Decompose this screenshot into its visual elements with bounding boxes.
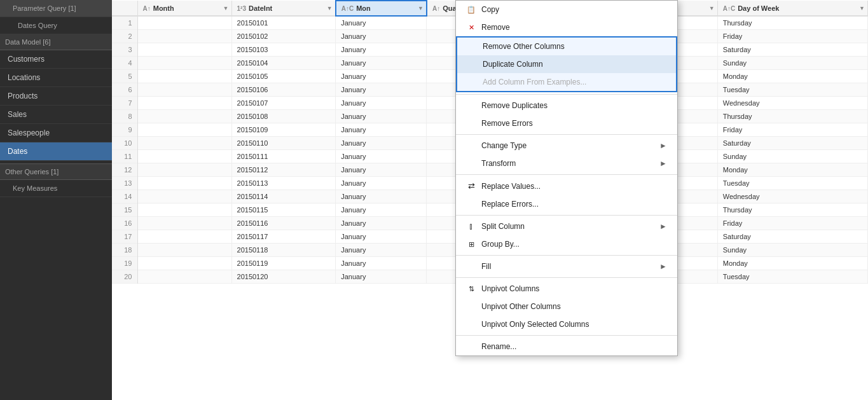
separator-2: [456, 134, 677, 135]
sidebar-item-locations[interactable]: Locations: [0, 69, 112, 87]
col-header-mon[interactable]: A↑CMon ▼: [336, 1, 427, 16]
row-cell: [137, 57, 231, 70]
sidebar: Parameter Query [1] Dates Query Data Mod…: [0, 0, 112, 400]
row-cell: 20150107: [231, 97, 336, 110]
row-cell: [137, 137, 231, 150]
row-cell: [137, 123, 231, 137]
menu-replace-values[interactable]: ⇄ Replace Values...: [456, 177, 677, 195]
row-cell: January: [336, 270, 427, 284]
row-cell: 20150110: [231, 137, 336, 150]
col-header-dayofweek[interactable]: A↑CDay of Week ▼: [717, 1, 867, 16]
row-cell: January: [336, 123, 427, 137]
row-cell: Monday: [717, 163, 867, 177]
row-cell: January: [336, 110, 427, 123]
row-cell: January: [336, 30, 427, 43]
row-cell: [137, 163, 231, 177]
menu-copy[interactable]: 📋 Copy: [456, 1, 677, 18]
row-cell: Sunday: [717, 150, 867, 163]
fill-arrow: ►: [659, 262, 667, 271]
row-cell: 20150102: [231, 30, 336, 43]
row-cell: January: [336, 190, 427, 203]
separator-4: [456, 215, 677, 216]
row-cell: January: [336, 16, 427, 30]
sidebar-item-customers[interactable]: Customers: [0, 50, 112, 69]
row-cell: January: [336, 244, 427, 257]
row-index: 10: [112, 137, 137, 150]
transform-arrow: ►: [659, 159, 667, 168]
row-cell: Saturday: [717, 230, 867, 244]
row-cell: [137, 70, 231, 83]
row-cell: January: [336, 163, 427, 177]
row-cell: 20150101: [231, 16, 336, 30]
sidebar-item-key-measures[interactable]: Key Measures: [0, 180, 112, 197]
row-cell: [137, 203, 231, 217]
row-index: 12: [112, 163, 137, 177]
row-cell: Monday: [717, 257, 867, 270]
row-cell: 20150115: [231, 203, 336, 217]
menu-split-column[interactable]: ⫿ Split Column ►: [456, 217, 677, 235]
row-index: 19: [112, 257, 137, 270]
menu-fill[interactable]: Fill ►: [456, 258, 677, 275]
row-cell: Sunday: [717, 244, 867, 257]
sidebar-item-dates-query[interactable]: Dates Query: [0, 17, 112, 34]
menu-group-by[interactable]: ⊞ Group By...: [456, 235, 677, 253]
row-cell: 20150112: [231, 163, 336, 177]
row-cell: Friday: [717, 217, 867, 230]
col-header-dateint[interactable]: 1²3DateInt ▼: [231, 1, 336, 16]
row-cell: Tuesday: [717, 270, 867, 284]
menu-replace-errors[interactable]: Replace Errors...: [456, 195, 677, 213]
menu-unpivot-columns[interactable]: ⇅ Unpivot Columns: [456, 280, 677, 298]
row-index: 9: [112, 123, 137, 137]
menu-remove-errors[interactable]: Remove Errors: [456, 114, 677, 132]
separator-5: [456, 255, 677, 256]
data-model-header: Data Model [6]: [0, 34, 112, 50]
sidebar-item-products[interactable]: Products: [0, 87, 112, 106]
sidebar-item-param-query[interactable]: Parameter Query [1]: [0, 0, 112, 17]
row-cell: [137, 230, 231, 244]
row-cell: January: [336, 97, 427, 110]
menu-remove[interactable]: ✕ Remove: [456, 18, 677, 36]
row-cell: [137, 83, 231, 97]
row-cell: Saturday: [717, 43, 867, 57]
row-cell: January: [336, 230, 427, 244]
row-cell: 20150103: [231, 43, 336, 57]
row-cell: [137, 217, 231, 230]
menu-unpivot-other-columns[interactable]: Unpivot Other Columns: [456, 298, 677, 315]
row-index: 1: [112, 16, 137, 30]
menu-transform[interactable]: Transform ►: [456, 155, 677, 172]
row-cell: [137, 16, 231, 30]
unpivot-icon: ⇅: [466, 285, 476, 293]
sidebar-item-salespeople[interactable]: Salespeople: [0, 124, 112, 142]
sidebar-item-dates[interactable]: Dates: [0, 142, 112, 161]
row-index: 15: [112, 203, 137, 217]
row-cell: Monday: [717, 70, 867, 83]
row-index: 18: [112, 244, 137, 257]
col-header-month[interactable]: A↑Month ▼: [137, 1, 231, 16]
row-cell: 20150113: [231, 177, 336, 190]
menu-add-column-examples[interactable]: Add Column From Examples...: [457, 73, 676, 91]
menu-duplicate-column[interactable]: Duplicate Column: [457, 55, 676, 73]
row-cell: [137, 270, 231, 284]
row-cell: Wednesday: [717, 97, 867, 110]
row-cell: Thursday: [717, 203, 867, 217]
menu-rename[interactable]: Rename...: [456, 338, 677, 355]
row-index: 3: [112, 43, 137, 57]
row-index: 20: [112, 270, 137, 284]
menu-unpivot-selected-columns[interactable]: Unpivot Only Selected Columns: [456, 315, 677, 333]
remove-icon: ✕: [466, 24, 476, 32]
row-cell: 20150118: [231, 244, 336, 257]
row-cell: [137, 97, 231, 110]
row-index: 6: [112, 83, 137, 97]
row-cell: Friday: [717, 123, 867, 137]
menu-change-type[interactable]: Change Type ►: [456, 137, 677, 155]
row-cell: Sunday: [717, 57, 867, 70]
row-cell: [137, 190, 231, 203]
other-queries-header: Other Queries [1]: [0, 163, 112, 180]
sidebar-item-sales[interactable]: Sales: [0, 106, 112, 124]
separator-7: [456, 335, 677, 336]
row-cell: 20150104: [231, 57, 336, 70]
col-header-index: [112, 1, 137, 16]
separator-1: [456, 94, 677, 95]
menu-remove-duplicates[interactable]: Remove Duplicates: [456, 97, 677, 114]
menu-remove-other-columns[interactable]: Remove Other Columns: [457, 38, 676, 55]
